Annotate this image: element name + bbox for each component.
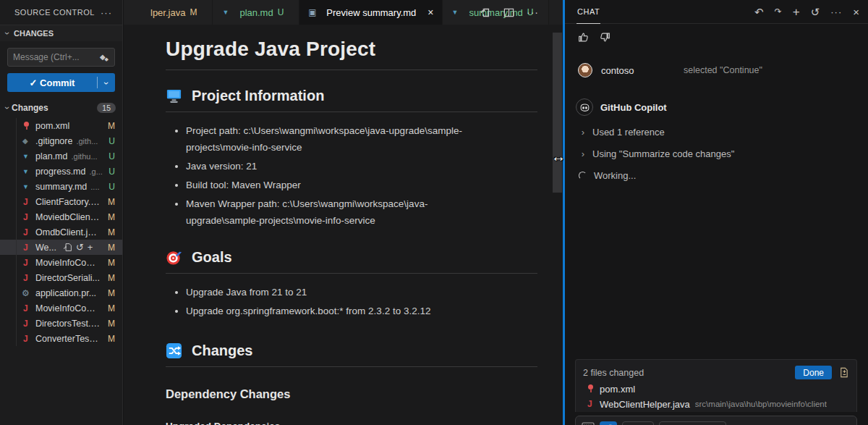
user-message-row: contoso selected "Continue" bbox=[565, 63, 868, 77]
working-label: Working... bbox=[594, 170, 636, 181]
check-icon: ✓ bbox=[30, 77, 41, 88]
file-type-icon bbox=[451, 7, 461, 18]
git-status-letter: M bbox=[103, 288, 115, 298]
sparkle-icon[interactable]: ◆◆ bbox=[100, 53, 109, 61]
scm-file-row[interactable]: progress.md .g... ↺ + U bbox=[0, 164, 122, 179]
editor-tab[interactable]: Preview summary.md × bbox=[299, 0, 442, 25]
new-chat-icon[interactable]: + bbox=[793, 6, 800, 18]
scm-file-row[interactable]: summary.md .... ↺ + U bbox=[0, 179, 122, 194]
redo-icon[interactable]: ↷ bbox=[775, 7, 782, 16]
file-type-icon bbox=[21, 303, 32, 314]
commit-message-placeholder: Message (Ctrl+... bbox=[13, 52, 80, 62]
file-path-suffix: .... bbox=[90, 182, 99, 191]
computer-icon bbox=[166, 88, 182, 104]
sidebar-more-icon[interactable]: ··· bbox=[101, 7, 112, 18]
editor-scrollbar[interactable] bbox=[553, 33, 562, 193]
chevron-down-icon: › bbox=[2, 104, 12, 112]
chat-tab[interactable]: CHAT bbox=[576, 0, 600, 24]
history-icon[interactable]: ↺ bbox=[811, 7, 820, 17]
split-editor-icon[interactable] bbox=[503, 7, 514, 18]
add-context-button[interactable]: Add Context bbox=[659, 421, 726, 425]
chevron-right-icon: › bbox=[579, 127, 587, 138]
file-type-icon bbox=[21, 151, 32, 162]
commit-message-input[interactable]: Message (Ctrl+... ◆◆ bbox=[7, 48, 115, 67]
assistant-step[interactable]: › Using "Summarize code changes" bbox=[565, 148, 868, 159]
commit-button[interactable]: ✓ Commit › bbox=[7, 73, 115, 92]
chat-mode-button[interactable] bbox=[600, 421, 617, 425]
scm-file-row[interactable]: MovieInfoCont... ↺ + M bbox=[0, 255, 122, 270]
scm-file-row[interactable]: OmdbClient.ja... ↺ + M bbox=[0, 224, 122, 240]
file-name: pom.xml bbox=[600, 384, 635, 395]
scm-file-row[interactable]: DirectorSeriali... ↺ + M bbox=[0, 270, 122, 285]
file-name: plan.md bbox=[35, 151, 67, 161]
project-info-list: Project path: c:\Users\wangmi\workspace\… bbox=[174, 123, 537, 230]
thumbs-up-icon[interactable] bbox=[577, 31, 590, 43]
scm-file-row[interactable]: pom.xml ↺ + M bbox=[0, 118, 122, 133]
view-diff-icon[interactable] bbox=[838, 367, 849, 378]
user-name: contoso bbox=[601, 65, 673, 76]
done-button[interactable]: Done bbox=[795, 366, 832, 379]
close-icon[interactable]: × bbox=[853, 7, 859, 17]
file-type-icon bbox=[21, 120, 32, 132]
section-title: Goals bbox=[192, 249, 232, 266]
file-type-icon bbox=[585, 398, 596, 410]
editor-more-icon[interactable]: ··· bbox=[527, 7, 539, 18]
file-type-icon bbox=[21, 318, 32, 329]
editor-tab[interactable]: lper.java M bbox=[124, 0, 213, 25]
tab-git-status: M bbox=[190, 7, 197, 17]
source-control-sidebar: SOURCE CONTROL ··· › CHANGES Message (Ct… bbox=[0, 0, 123, 425]
reference-count-pill[interactable]: ⚙ 45 bbox=[622, 421, 654, 425]
file-type-icon bbox=[21, 272, 32, 284]
changed-file-row[interactable]: pom.xml bbox=[583, 383, 849, 395]
chat-input-box[interactable]: ⚙ 45 Add Context bbox=[575, 416, 857, 425]
thumbs-down-icon[interactable] bbox=[599, 31, 611, 43]
scm-file-row[interactable]: application.pr... ↺ + M bbox=[0, 285, 122, 300]
divider bbox=[166, 366, 537, 367]
discard-changes-icon[interactable]: ↺ bbox=[76, 243, 84, 252]
scm-file-row[interactable]: We... ↺ + M bbox=[0, 240, 122, 255]
undo-icon[interactable]: ↶ bbox=[754, 7, 764, 17]
panel-resize-sash[interactable] bbox=[563, 0, 565, 425]
scm-file-row[interactable]: MoviedbClient... ↺ + M bbox=[0, 209, 122, 224]
file-row-actions: ↺ + bbox=[63, 243, 93, 252]
changed-file-row[interactable]: WebClientHelper.java src\main\java\hu\bp… bbox=[583, 398, 849, 410]
git-status-letter: M bbox=[103, 212, 115, 222]
file-path-suffix: .gith... bbox=[76, 137, 98, 146]
editor-tab[interactable]: plan.md U bbox=[213, 0, 299, 25]
keyboard-icon[interactable] bbox=[582, 421, 595, 425]
scm-file-row[interactable]: ConverterTest.j... ↺ + M bbox=[0, 331, 122, 346]
changes-count-badge: 15 bbox=[97, 103, 116, 113]
file-name: We... bbox=[35, 243, 56, 253]
open-file-icon[interactable] bbox=[63, 243, 72, 252]
tab-label: Preview summary.md bbox=[326, 7, 416, 18]
scm-file-row[interactable]: MovieInfoCont... ↺ + M bbox=[0, 300, 122, 316]
file-type-icon bbox=[21, 181, 32, 193]
scm-file-row[interactable]: ClientFactory.j... ↺ + M bbox=[0, 194, 122, 209]
copilot-icon bbox=[576, 98, 593, 116]
bullet-item: Upgrade org.springframework.boot:* from … bbox=[186, 303, 493, 320]
assistant-step[interactable]: › Used 1 reference bbox=[565, 127, 868, 138]
file-type-icon bbox=[307, 7, 318, 18]
git-status-letter: U bbox=[104, 167, 115, 177]
scm-file-row[interactable]: plan.md .githu... ↺ + U bbox=[0, 148, 122, 164]
scm-file-row[interactable]: .gitignore .gith... ↺ + U bbox=[0, 133, 122, 148]
chat-header: CHAT ↶ ↷ + ↺ ··· × bbox=[565, 0, 868, 24]
commit-dropdown-button[interactable]: › bbox=[98, 77, 115, 88]
file-type-icon bbox=[221, 7, 231, 18]
changes-section-header[interactable]: › CHANGES bbox=[0, 25, 122, 41]
bullet-item: Upgrade Java from 21 to 21 bbox=[186, 285, 493, 301]
changes-tree-header[interactable]: › Changes 15 bbox=[0, 100, 122, 116]
chevron-down-icon: › bbox=[101, 79, 111, 88]
file-type-icon bbox=[21, 333, 32, 345]
file-name: WebClientHelper.java bbox=[600, 399, 690, 410]
file-name: pom.xml bbox=[35, 121, 69, 131]
chat-more-icon[interactable]: ··· bbox=[830, 7, 842, 17]
open-changes-icon[interactable] bbox=[480, 7, 491, 18]
stage-changes-icon[interactable]: + bbox=[88, 243, 93, 252]
scm-file-row[interactable]: DirectorsTest.j... ↺ + M bbox=[0, 316, 122, 331]
file-name: OmdbClient.ja... bbox=[35, 227, 100, 237]
bullet-item: Maven Wrapper path: c:\Users\wangmi\work… bbox=[186, 196, 493, 230]
close-icon[interactable]: × bbox=[427, 7, 433, 18]
page-title: Upgrade Java Project bbox=[166, 38, 537, 61]
git-status-letter: M bbox=[103, 197, 115, 207]
